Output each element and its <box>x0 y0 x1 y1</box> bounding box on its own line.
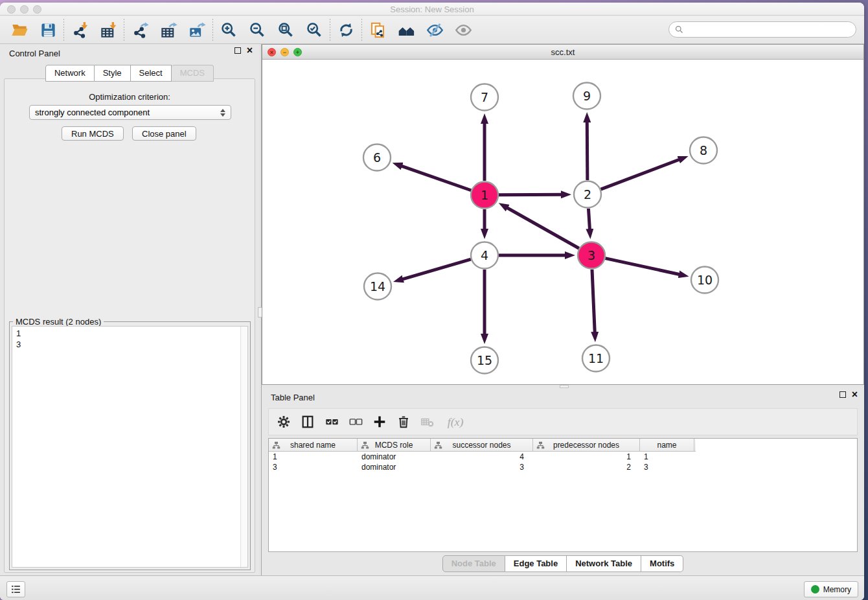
show-all-icon[interactable] <box>392 19 420 41</box>
column-header-successor-nodes[interactable]: successor nodes <box>431 439 533 452</box>
table-cell: 4 <box>431 452 533 462</box>
settings-gear-icon[interactable] <box>277 413 291 430</box>
table-cell: 2 <box>533 462 640 472</box>
graph-edge-1-2[interactable] <box>499 194 566 195</box>
graph-node-label: 6 <box>373 150 381 165</box>
graph-node-7[interactable]: 7 <box>471 84 498 111</box>
hide-selected-icon[interactable] <box>420 19 449 41</box>
refresh-layout-icon[interactable] <box>332 19 360 41</box>
search-field[interactable] <box>668 21 856 38</box>
toolbar-separator <box>124 19 124 41</box>
mcds-result-line: 3 <box>16 339 247 350</box>
graph-node-14[interactable]: 14 <box>364 273 391 300</box>
table-toolbar: f(x) <box>268 408 858 435</box>
toggle-columns-icon[interactable] <box>301 413 315 430</box>
control-panel: Control Panel × NetworkStyleSelectMCDS O… <box>0 44 259 578</box>
tab-network[interactable]: Network <box>45 65 95 82</box>
network-canvas[interactable]: 7968124314101511 <box>262 60 863 384</box>
table-cell: 3 <box>431 462 533 472</box>
export-table-icon[interactable] <box>154 19 183 41</box>
tab-node-table[interactable]: Node Table <box>442 555 505 572</box>
mcds-result-textarea[interactable]: 13 <box>12 326 248 568</box>
mcds-result-line: 1 <box>16 328 247 339</box>
save-session-icon[interactable] <box>34 19 62 41</box>
graph-edge-2-8[interactable] <box>601 158 684 189</box>
graph-node-label: 3 <box>588 248 595 262</box>
export-image-icon[interactable] <box>183 19 211 41</box>
graph-node-9[interactable]: 9 <box>573 83 600 110</box>
deselect-all-rows-icon[interactable] <box>348 413 363 430</box>
main-toolbar <box>0 16 864 44</box>
network-window-titlebar[interactable]: × − + scc.txt <box>262 45 863 60</box>
close-panel-button[interactable]: Close panel <box>132 126 196 141</box>
criterion-value: strongly connected component <box>35 108 150 117</box>
table-cell: 1 <box>640 452 694 462</box>
graph-edge-4-14[interactable] <box>398 259 471 281</box>
graph-edge-2-3[interactable] <box>588 209 589 234</box>
tab-network-table[interactable]: Network Table <box>567 555 641 572</box>
criterion-dropdown[interactable]: strongly connected component <box>29 105 231 120</box>
graph-node-1[interactable]: 1 <box>471 182 498 209</box>
graph-node-label: 1 <box>481 188 488 202</box>
result-scrollbar[interactable] <box>240 327 247 567</box>
table-panel: Table Panel × f(x) shared nameMCDS roles… <box>262 388 864 578</box>
tab-edge-table[interactable]: Edge Table <box>505 555 567 572</box>
table-row[interactable]: 1dominator411 <box>269 452 857 462</box>
graph-node-2[interactable]: 2 <box>574 181 601 208</box>
graph-edge-3-11[interactable] <box>592 270 595 337</box>
graph-edge-1-6[interactable] <box>397 165 471 190</box>
toolbar-separator <box>361 19 362 41</box>
tab-style[interactable]: Style <box>95 65 131 82</box>
graph-node-label: 10 <box>697 273 713 287</box>
zoom-selected-icon[interactable] <box>300 19 328 41</box>
delete-column-icon[interactable] <box>396 413 411 430</box>
zoom-fit-icon[interactable] <box>271 19 300 41</box>
select-all-rows-icon[interactable] <box>325 413 339 430</box>
tab-mcds[interactable]: MCDS <box>172 65 214 82</box>
zoom-in-icon[interactable] <box>214 19 243 41</box>
graph-node-label: 8 <box>700 143 707 157</box>
graph-edge-3-10[interactable] <box>605 259 683 275</box>
show-hidden-icon <box>449 19 477 41</box>
mcds-result-fieldset: MCDS result (2 nodes) 13 <box>9 321 251 570</box>
close-panel-icon[interactable]: × <box>247 47 253 54</box>
new-network-from-selection-icon[interactable] <box>363 19 392 41</box>
graph-node-11[interactable]: 11 <box>582 345 610 372</box>
zoom-out-icon[interactable] <box>243 19 271 41</box>
import-network-icon[interactable] <box>65 19 94 41</box>
window-titlebar: Session: New Session <box>0 3 864 16</box>
table-row[interactable]: 3dominator323 <box>269 462 857 472</box>
graph-edge-3-1[interactable] <box>503 205 579 248</box>
application-window: Session: New Session Control Panel × Net… <box>0 3 864 600</box>
graph-node-6[interactable]: 6 <box>363 144 391 171</box>
graph-node-15[interactable]: 15 <box>471 347 498 374</box>
export-network-icon[interactable] <box>126 19 154 41</box>
graph-node-4[interactable]: 4 <box>471 242 498 269</box>
open-session-icon[interactable] <box>5 19 34 41</box>
column-header-label: predecessor nodes <box>553 441 619 450</box>
tab-select[interactable]: Select <box>131 65 172 82</box>
table-cell: 3 <box>269 462 358 472</box>
tab-motifs[interactable]: Motifs <box>641 555 683 572</box>
table-panel-title: Table Panel <box>271 393 315 402</box>
memory-status-icon <box>811 585 819 594</box>
import-table-icon[interactable] <box>94 19 122 41</box>
column-header-shared-name[interactable]: shared name <box>269 439 358 452</box>
run-mcds-button[interactable]: Run MCDS <box>62 126 124 141</box>
close-table-panel-icon[interactable]: × <box>852 391 858 398</box>
graph-node-8[interactable]: 8 <box>690 137 717 164</box>
add-column-icon[interactable] <box>372 413 387 430</box>
delete-table-icon <box>420 413 435 430</box>
column-header-predecessor-nodes[interactable]: predecessor nodes <box>533 439 640 452</box>
column-header-name[interactable]: name <box>640 439 694 452</box>
memory-button[interactable]: Memory <box>804 581 858 597</box>
graph-node-10[interactable]: 10 <box>691 267 718 294</box>
mcds-result-legend: MCDS result (2 nodes) <box>13 317 104 327</box>
graph-edge-2-9[interactable] <box>587 117 588 180</box>
float-panel-icon[interactable] <box>234 47 241 54</box>
column-header-MCDS-role[interactable]: MCDS role <box>358 439 431 452</box>
search-input[interactable] <box>684 25 856 34</box>
float-table-panel-icon[interactable] <box>839 391 846 398</box>
task-history-button[interactable] <box>6 581 25 597</box>
graph-node-3[interactable]: 3 <box>578 242 605 269</box>
